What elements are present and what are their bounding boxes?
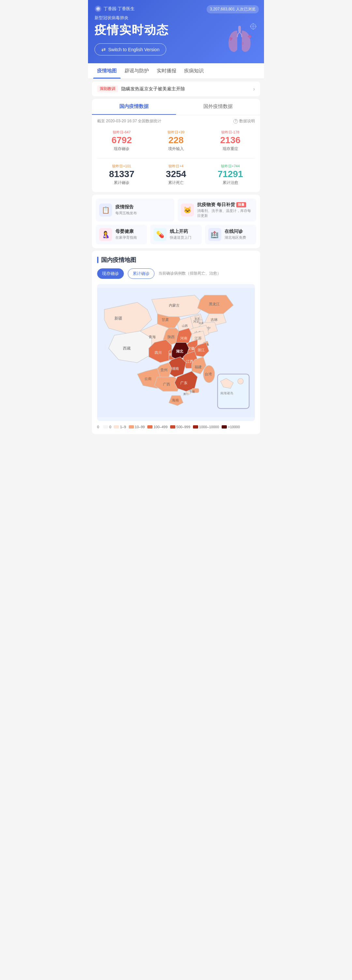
legend-zero-label: 0 — [97, 425, 99, 429]
page-views-badge: 3,207,683,801 人次已浏览 — [207, 5, 259, 13]
tab-overseas[interactable]: 国外疫情数据 — [176, 99, 260, 115]
tab-map[interactable]: 疫情地图 — [93, 63, 121, 79]
label-zhejiang: 浙江 — [198, 348, 205, 352]
map-filter-row: 现存确诊 累计确诊 当前确诊病例数（排除死亡、治愈） — [97, 269, 255, 279]
stat-number: 6792 — [98, 135, 145, 145]
tab-domestic[interactable]: 国内疫情数据 — [92, 99, 176, 115]
news-text: 隐瞒发热返京女子被美雇主开除 — [121, 86, 250, 92]
stat-label: 累计死亡 — [153, 180, 200, 186]
label-southsea: 南海诸岛 — [220, 391, 233, 395]
svg-point-18 — [243, 42, 243, 43]
label-innermongolia: 内蒙古 — [169, 303, 179, 307]
china-map-svg: 新疆 西藏 青海 甘肃 内蒙古 黑龙江 吉林 — [97, 284, 255, 421]
stat-label: 累计确诊 — [98, 180, 145, 186]
filter-current-confirmed[interactable]: 现存确诊 — [97, 269, 124, 279]
service-title: 母婴健康 — [116, 229, 137, 234]
label-jiangxi: 江西 — [186, 359, 193, 363]
service-title: 线上开药 — [170, 229, 191, 234]
service-card[interactable]: 💊 线上开药 快递送货上门 — [150, 225, 201, 244]
service-badge: 限量 — [236, 202, 246, 207]
svg-rect-24 — [250, 26, 251, 27]
service-title: 抗疫物资 每日补货 限量 — [197, 202, 253, 208]
service-info: 在线问诊 湖北地区免费 — [225, 229, 246, 240]
label-shaanxi: 陕西 — [168, 335, 175, 339]
stat-label: 累计治愈 — [207, 180, 254, 186]
stat-cell: 较昨日+39 228 境外输入 — [149, 127, 203, 154]
data-section: 国内疫情数据 国外疫情数据 截至 2020-03-20 16:37 全国数据统计… — [92, 99, 260, 192]
svg-point-6 — [230, 37, 231, 38]
service-subtitle: 湖北地区免费 — [225, 235, 246, 240]
stat-change: 较昨日+101 — [98, 164, 145, 169]
legend-label: 0 — [109, 425, 111, 429]
stat-cell: 较昨日+744 71291 累计治愈 — [203, 161, 257, 188]
map-filter-desc: 当前确诊病例数（排除死亡、治愈） — [159, 271, 221, 276]
label-hainan: 海南 — [172, 398, 179, 402]
stat-change: 较昨日+39 — [153, 130, 200, 135]
svg-point-13 — [251, 36, 252, 37]
service-title: 在线问诊 — [225, 229, 246, 234]
english-btn-label: Switch to English Version — [108, 47, 159, 52]
stat-number: 81337 — [98, 169, 145, 179]
legend-color-swatch — [129, 425, 134, 428]
stats-row-2: 较昨日+101 81337 累计确诊 较昨日+4 3254 累计死亡 较昨日+7… — [92, 161, 260, 192]
stat-cell: 较昨日+101 81337 累计确诊 — [95, 161, 149, 188]
svg-rect-25 — [255, 26, 257, 27]
label-sichuan: 四川 — [154, 351, 162, 355]
legend-label: 1–9 — [120, 425, 126, 429]
map-title-text: 国内疫情地图 — [101, 256, 136, 264]
question-icon: ? — [233, 119, 238, 124]
map-section: 国内疫情地图 现存确诊 累计确诊 当前确诊病例数（排除死亡、治愈） 新疆 西藏 … — [92, 251, 260, 434]
stat-change: 较昨日+744 — [207, 164, 254, 169]
news-arrow-icon: › — [253, 86, 255, 92]
svg-point-7 — [230, 40, 231, 41]
news-banner[interactable]: 深刻教训 隐瞒发热返京女子被美雇主开除 › — [92, 81, 260, 96]
legend-label: 100–499 — [154, 425, 168, 429]
services-section: 📋 疫情报告 每周五晚发布 🐱 抗疫物资 每日补货 限量 消毒剂、洗手液、温度计… — [92, 195, 260, 248]
legend-item: >10000 — [222, 425, 240, 429]
service-card[interactable]: 🏥 在线问诊 湖北地区免费 — [205, 225, 256, 244]
stat-cell: 较昨日-647 6792 现存确诊 — [95, 127, 149, 154]
stat-number: 71291 — [207, 169, 254, 179]
stat-number: 3254 — [153, 169, 200, 179]
legend-item: 1000–10000 — [193, 425, 219, 429]
tab-disease[interactable]: 疾病知识 — [180, 63, 208, 79]
legend-item: 100–499 — [147, 425, 168, 429]
stat-number: 2136 — [207, 135, 254, 145]
news-tag: 深刻教训 — [97, 86, 118, 92]
service-card[interactable]: 🐱 抗疫物资 每日补货 限量 消毒剂、洗手液、温度计，库存每日更新 — [178, 199, 256, 221]
legend-color-swatch — [193, 425, 198, 428]
stat-number: 228 — [153, 135, 200, 145]
service-info: 抗疫物资 每日补货 限量 消毒剂、洗手液、温度计，库存每日更新 — [197, 202, 253, 218]
china-map-container: 新疆 西藏 青海 甘肃 内蒙古 黑龙江 吉林 — [97, 284, 255, 421]
service-info: 线上开药 快递送货上门 — [170, 229, 191, 240]
logo-icon — [95, 5, 102, 13]
tab-live[interactable]: 实时播报 — [153, 63, 180, 79]
label-guizhou: 贵州 — [160, 368, 168, 372]
data-meta: 截至 2020-03-20 16:37 全国数据统计 ? 数据说明 — [92, 115, 260, 127]
label-guangdong: 广东 — [180, 380, 187, 385]
stat-change: 较昨日+4 — [153, 164, 200, 169]
label-xinjiang: 新疆 — [114, 316, 122, 320]
header-section: 丁香园·丁香医生 3,207,683,801 人次已浏览 新型冠状病毒肺炎 疫情… — [88, 0, 264, 63]
service-card[interactable]: 📋 疫情报告 每周五晚发布 — [96, 199, 174, 221]
stats-row-1: 较昨日-647 6792 现存确诊 较昨日+39 228 境外输入 较昨日-17… — [92, 127, 260, 158]
service-icon: 🏥 — [208, 228, 221, 241]
label-yunnan: 云南 — [144, 376, 152, 380]
service-card[interactable]: 🤱 母婴健康 在家孕育指南 — [96, 225, 147, 244]
tab-rumors[interactable]: 辟谣与防护 — [121, 63, 153, 79]
data-tab-header: 国内疫情数据 国外疫情数据 — [92, 99, 260, 115]
svg-point-12 — [249, 38, 250, 38]
label-gansu: 甘肃 — [162, 318, 169, 321]
legend-color-swatch — [103, 425, 108, 428]
service-icon: 📋 — [99, 204, 112, 216]
label-beijing: 北京 — [195, 317, 200, 320]
service-subtitle: 每周五晚发布 — [116, 211, 137, 216]
english-version-button[interactable]: ⇄ Switch to English Version — [95, 43, 166, 56]
stat-cell: 较昨日-178 2136 现存重症 — [203, 127, 257, 154]
legend-color-swatch — [222, 425, 227, 428]
filter-total-confirmed[interactable]: 累计确诊 — [128, 269, 154, 279]
legend-item: 10–99 — [129, 425, 145, 429]
label-tibet: 西藏 — [123, 346, 131, 351]
data-help[interactable]: ? 数据说明 — [233, 118, 255, 124]
stat-change: 较昨日-647 — [98, 130, 145, 135]
